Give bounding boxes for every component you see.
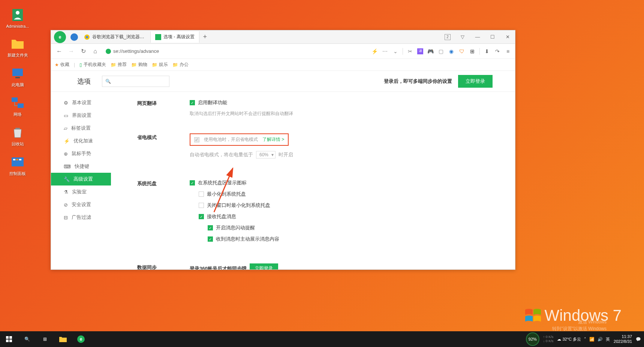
sidebar-item-shortcut[interactable]: ⌨快捷键 bbox=[51, 160, 111, 173]
desktop-icon-pc[interactable]: 此电脑 bbox=[4, 66, 31, 88]
checkbox-flash-remind[interactable]: ✓ bbox=[208, 225, 213, 230]
svg-rect-4 bbox=[12, 97, 18, 102]
bookmark-folder[interactable]: 📁购物 bbox=[131, 61, 147, 68]
taskview-button[interactable]: ⊞ bbox=[36, 331, 54, 347]
tab-action-icon[interactable] bbox=[70, 33, 78, 41]
desktop-icons-column: Administra... 新建文件夹 此电脑 网络 回收站 控制面板 bbox=[4, 7, 31, 184]
sidebar-item-advanced[interactable]: 🔧高级设置 bbox=[51, 173, 111, 185]
checkbox-tray-icon[interactable]: ✓ bbox=[190, 180, 195, 185]
login-button[interactable]: 立即登录 bbox=[458, 75, 493, 88]
shield-icon: ⊘ bbox=[64, 202, 68, 208]
tab-icon: ▱ bbox=[64, 126, 67, 131]
lightning-icon[interactable]: ⚡ bbox=[371, 48, 378, 55]
settings-favicon-icon bbox=[155, 34, 161, 40]
forward-button[interactable]: → bbox=[67, 47, 76, 56]
desktop-icon-admin[interactable]: Administra... bbox=[4, 7, 31, 28]
desktop-icon-control-panel[interactable]: 控制面板 bbox=[4, 154, 31, 176]
mouse-icon: ⊕ bbox=[64, 151, 68, 157]
new-tab-button[interactable]: + bbox=[199, 33, 211, 41]
tray-network-icon[interactable]: 📶 bbox=[589, 337, 595, 342]
performance-gauge[interactable]: 92% bbox=[526, 332, 539, 346]
menu-icon[interactable]: ≡ bbox=[505, 48, 511, 55]
tab-chrome[interactable]: 谷歌浏览器下载_浏览器官网入口 bbox=[79, 31, 151, 43]
translate-icon[interactable]: 译 bbox=[417, 48, 423, 54]
url-input[interactable]: se://settings/advance bbox=[103, 46, 368, 57]
mobile-bookmarks[interactable]: ▯手机收藏夹 bbox=[79, 61, 106, 68]
start-button[interactable] bbox=[0, 331, 18, 347]
bookmark-folder[interactable]: 📁办公 bbox=[172, 61, 189, 68]
svg-rect-8 bbox=[13, 159, 15, 160]
bookmark-folder[interactable]: 📁推荐 bbox=[111, 61, 127, 68]
option-label: 收到消息时主动展示消息内容 bbox=[216, 236, 279, 242]
svg-point-12 bbox=[86, 36, 88, 38]
weather-tray[interactable]: ☁ 32°C 多云 bbox=[557, 337, 581, 342]
more-icon[interactable]: ⋯ bbox=[382, 48, 388, 55]
tab-settings[interactable]: 选项 - 高级设置 bbox=[151, 31, 199, 43]
section-title: 系统托盘 bbox=[137, 179, 190, 247]
chevron-down-icon[interactable]: ⌄ bbox=[392, 48, 399, 55]
sidebar-item-gesture[interactable]: ⊕鼠标手势 bbox=[51, 147, 111, 160]
hint-text: 取消勾选后打开外文网站时不会进行提醒和自动翻译 bbox=[190, 111, 500, 117]
notification-icon[interactable]: 💬 bbox=[636, 337, 641, 342]
checkbox-show-content[interactable]: ✓ bbox=[208, 236, 213, 242]
settings-header: 选项 🔍 登录后，即可多端同步你的设置 立即登录 bbox=[51, 71, 515, 92]
lock-icon bbox=[106, 49, 111, 54]
taskbar-clock[interactable]: 11:37 2022/8/31 bbox=[614, 334, 632, 344]
browser-logo-icon[interactable]: e bbox=[54, 31, 66, 43]
battery-threshold-select[interactable]: 60% bbox=[256, 151, 276, 159]
folder-icon: 📁 bbox=[172, 62, 178, 67]
desktop-icon-network[interactable]: 网络 bbox=[4, 95, 31, 117]
desktop-icon-folder[interactable]: 新建文件夹 bbox=[4, 36, 31, 58]
section-title: 网页翻译 bbox=[137, 99, 190, 117]
option-label: 启用翻译功能 bbox=[198, 99, 227, 106]
search-button[interactable]: 🔍 bbox=[18, 331, 36, 347]
grid-icon[interactable]: ⊞ bbox=[469, 48, 476, 55]
folder-icon: 📁 bbox=[111, 62, 116, 67]
square-icon[interactable]: ▢ bbox=[437, 48, 444, 55]
circle-icon[interactable]: ◉ bbox=[448, 48, 455, 55]
tray-volume-icon[interactable]: 🔊 bbox=[598, 337, 603, 342]
checkbox-receive-msg[interactable]: ✓ bbox=[199, 214, 204, 219]
learn-more-link[interactable]: 了解详情 > bbox=[262, 136, 284, 143]
scissors-icon[interactable]: ✂ bbox=[407, 48, 413, 55]
game-icon[interactable]: 🎮 bbox=[427, 48, 434, 55]
taskbar-browser[interactable]: e bbox=[72, 331, 90, 347]
close-button[interactable]: ✕ bbox=[500, 30, 515, 44]
svg-rect-2 bbox=[12, 69, 23, 76]
sidebar-item-optimize[interactable]: ⚡优化加速 bbox=[51, 135, 111, 147]
desktop-icon-recycle[interactable]: 回收站 bbox=[4, 125, 31, 147]
taskbar-explorer[interactable] bbox=[54, 331, 72, 347]
sync-login-button[interactable]: 立即登录 bbox=[250, 263, 278, 269]
filter-icon[interactable]: ▽ bbox=[455, 30, 470, 44]
checkbox-minimize-tray[interactable] bbox=[199, 191, 204, 197]
tray-chevron-up-icon[interactable]: ˄ bbox=[584, 337, 586, 342]
refresh-icon[interactable]: ↷ bbox=[494, 48, 501, 55]
activation-watermark: 激活 Windows 转到"设置"以激活 Windows bbox=[552, 319, 607, 332]
sidebar-item-adblock[interactable]: ⊟广告过滤 bbox=[51, 211, 111, 224]
maximize-button[interactable]: ☐ bbox=[485, 30, 500, 44]
svg-rect-15 bbox=[6, 336, 9, 339]
sidebar-item-tabs[interactable]: ▱标签设置 bbox=[51, 122, 111, 135]
minimize-button[interactable]: — bbox=[470, 30, 485, 44]
section-translate: 网页翻译 ✓ 启用翻译功能 取消勾选后打开外文网站时不会进行提醒和自动翻译 bbox=[137, 99, 500, 117]
sidebar-item-security[interactable]: ⊘安全设置 bbox=[51, 198, 111, 211]
settings-search-input[interactable]: 🔍 bbox=[102, 76, 169, 87]
window-count-badge[interactable]: 2 bbox=[440, 30, 455, 44]
sidebar-item-basic[interactable]: ⚙基本设置 bbox=[51, 96, 111, 109]
checkbox-translate-enable[interactable]: ✓ bbox=[190, 100, 195, 105]
tray-ime[interactable]: 英 bbox=[606, 337, 610, 342]
bookmark-folder[interactable]: 📁娱乐 bbox=[152, 61, 168, 68]
download-icon[interactable]: ⬇ bbox=[484, 48, 490, 55]
highlighted-option: ✓ 使用电池时，开启省电模式 了解详情 > bbox=[190, 133, 289, 146]
reload-button[interactable]: ↻ bbox=[79, 47, 88, 56]
back-button[interactable]: ← bbox=[55, 47, 64, 56]
home-button[interactable]: ⌂ bbox=[91, 47, 100, 56]
checkbox-close-minimize[interactable] bbox=[199, 203, 204, 208]
shield-icon[interactable]: 🛡 bbox=[458, 48, 465, 55]
settings-main[interactable]: 网页翻译 ✓ 启用翻译功能 取消勾选后打开外文网站时不会进行提醒和自动翻译 省电… bbox=[111, 92, 515, 269]
sidebar-item-lab[interactable]: ⚗实验室 bbox=[51, 185, 111, 198]
favorites-button[interactable]: ★收藏 bbox=[55, 61, 69, 68]
gear-icon: ⚙ bbox=[64, 100, 68, 106]
checkbox-power-enable[interactable]: ✓ bbox=[194, 137, 199, 142]
sidebar-item-ui[interactable]: ▭界面设置 bbox=[51, 109, 111, 122]
